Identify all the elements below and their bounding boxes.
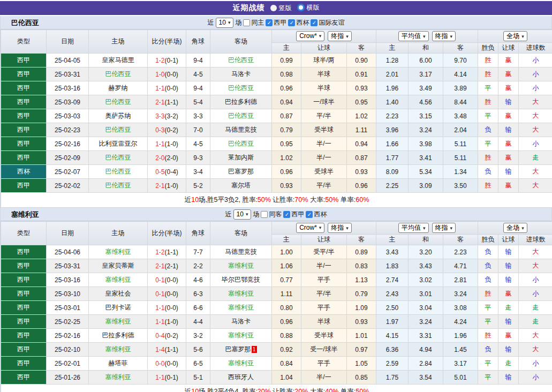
score-cell: 1-1(1-0) [148, 315, 186, 329]
chevron-down-icon: ▾ [521, 34, 524, 39]
result-outcome-cell: 胜 [478, 95, 498, 109]
date-cell: 25-02-01 [47, 357, 89, 371]
recent-count-select[interactable]: 10▾ [233, 209, 252, 220]
recent-count-select[interactable]: 10▾ [216, 18, 234, 28]
bookmaker-stage-select[interactable]: 终指▾ [328, 31, 352, 41]
sub-column-header: 主 [272, 43, 301, 54]
column-header: 客场 [210, 30, 272, 54]
checkbox-icon[interactable]: ✓ [311, 19, 317, 26]
bookmaker-select[interactable]: Crow*▾ [296, 223, 324, 233]
table-title-row: 巴伦西亚近10▾场同主✓西甲✓西杯✓国际友谊 [1, 16, 551, 29]
date-cell: 25-04-05 [47, 54, 89, 67]
odds-home-cell: 0.79 [272, 123, 301, 137]
sub-column-header: 让球 [301, 43, 347, 54]
result-handicap-cell: 赢 [498, 67, 519, 81]
away-team-cell: 毕尔巴鄂竞技 [210, 273, 272, 287]
odds-away-cell: 1.13 [347, 273, 376, 287]
league-cell: 西杯 [1, 165, 47, 179]
chevron-down-icon: ▾ [228, 20, 231, 25]
competition-checkbox-1[interactable]: ✓西杯 [306, 210, 327, 219]
odds-home-cell: 0.88 [272, 329, 301, 343]
radio-icon[interactable] [270, 5, 277, 11]
column-header: 客场 [210, 222, 272, 245]
league-cell: 西甲 [1, 81, 47, 95]
home-team-cell: 塞维利亚 [89, 245, 148, 259]
bookmaker-stage-select[interactable]: 终指▾ [328, 223, 352, 233]
corner-cell: 9-4 [186, 81, 210, 95]
same-venue-checkbox[interactable]: 同客 [261, 210, 282, 219]
sub-column-header: 客 [347, 235, 376, 245]
competition-checkbox-2[interactable]: ✓国际友谊 [311, 18, 344, 27]
corner-cell: 4-4 [186, 315, 210, 329]
away-team-cell: 塞维利亚 [210, 301, 272, 315]
avg-away-cell: 8.44 [443, 95, 478, 109]
average-select[interactable]: 平均值▾ [398, 31, 429, 41]
score-cell: 1-1(0-0) [148, 81, 186, 95]
same-venue-checkbox[interactable]: 同主 [243, 18, 264, 27]
checkbox-icon[interactable] [261, 211, 268, 218]
avg-away-cell: 2.81 [443, 273, 478, 287]
layout-radio-1[interactable]: 横版 [297, 3, 320, 12]
score-cell: 2-1(2-1) [148, 259, 186, 273]
result-goals-cell: 大 [519, 165, 552, 179]
competition-checkbox-1[interactable]: ✓西杯 [288, 18, 309, 27]
checkbox-icon[interactable]: ✓ [266, 19, 273, 26]
scope-select[interactable]: 全场▾ [503, 31, 527, 41]
odds-away-cell: 0.83 [347, 259, 376, 273]
checkbox-icon[interactable]: ✓ [283, 211, 290, 218]
checkbox-icon[interactable]: ✓ [288, 19, 295, 26]
avg-draw-cell: 3.49 [409, 81, 443, 95]
date-cell: 25-03-03 [47, 109, 89, 123]
sub-column-header: 胜负 [478, 235, 498, 245]
away-team-cell: 巴伦西亚 [210, 81, 272, 95]
avg-home-cell: 1.66 [376, 137, 409, 151]
score-cell: 1-1(0-0) [148, 301, 186, 315]
chevron-down-icon: ▾ [450, 34, 453, 39]
result-handicap-cell: 赢 [498, 151, 519, 165]
home-team-cell: 塞维利亚 [89, 315, 148, 329]
page-title: 近期战绩 [233, 3, 265, 13]
scope-select[interactable]: 全场▾ [503, 223, 527, 233]
match-row: 西甲25-04-06塞维利亚1-2(1-1)7-7马德里竞技1.00受平/半0.… [1, 245, 552, 259]
column-header: 比分(半场) [148, 30, 186, 54]
average-stage-select[interactable]: 终指▾ [432, 223, 456, 233]
layout-radio-0[interactable]: 竖版 [270, 4, 292, 13]
home-team-cell: 巴列卡诺 [89, 301, 148, 315]
bookmaker-select[interactable]: Crow*▾ [296, 31, 324, 41]
checkbox-icon[interactable] [243, 19, 250, 26]
competition-checkbox-0[interactable]: ✓西甲 [283, 210, 304, 219]
result-goals-cell: 小 [519, 67, 552, 81]
home-team-cell: 赫塔菲 [89, 357, 148, 371]
score-cell: 0-5(0-4) [148, 165, 186, 179]
avg-away-cell: 1.45 [443, 343, 478, 357]
avg-home-cell: 2.59 [376, 357, 409, 371]
result-outcome-cell: 胜 [478, 287, 498, 301]
handicap-cell: 半/一 [301, 137, 347, 151]
odds-home-cell: 1.06 [272, 259, 301, 273]
team-name: 巴伦西亚 [11, 16, 39, 29]
sub-column-header: 让球 [498, 235, 519, 245]
match-row: 西甲25-02-16比利亚雷亚尔1-1(1-0)4-5巴伦西亚0.95半/一0.… [1, 137, 552, 151]
result-goals-cell: 小 [519, 357, 552, 371]
avg-away-cell: 9.70 [443, 54, 478, 67]
result-outcome-cell: 负 [478, 273, 498, 287]
checkbox-icon[interactable]: ✓ [306, 211, 313, 218]
date-cell: 25-02-10 [47, 343, 89, 357]
avg-away-cell: 1.96 [443, 329, 478, 343]
avg-home-cell: 1.28 [376, 54, 409, 67]
match-row: 西甲25-02-23巴伦西亚0-3(0-2)7-0马德里竞技0.79受半球1.1… [1, 123, 552, 137]
average-stage-select[interactable]: 终指▾ [432, 31, 456, 41]
competition-checkbox-0[interactable]: ✓西甲 [266, 18, 286, 27]
average-select[interactable]: 平均值▾ [398, 223, 429, 233]
league-cell: 西甲 [1, 357, 47, 371]
avg-draw-cell: 3.98 [409, 137, 443, 151]
avg-home-cell: 1.97 [376, 315, 409, 329]
home-team-cell: 巴伦西亚 [89, 67, 148, 81]
odds-away-cell: 0.90 [347, 54, 376, 67]
home-team-cell: 塞维利亚 [89, 371, 148, 385]
league-cell: 西甲 [1, 179, 47, 193]
result-goals-cell: 大 [519, 245, 552, 259]
away-team-cell: 西班牙人 [210, 371, 272, 385]
radio-icon[interactable] [297, 4, 305, 11]
match-row: 西甲25-02-10塞维利亚1-4(1-1)5-6巴塞罗那10.92受一/球半0… [1, 343, 552, 357]
